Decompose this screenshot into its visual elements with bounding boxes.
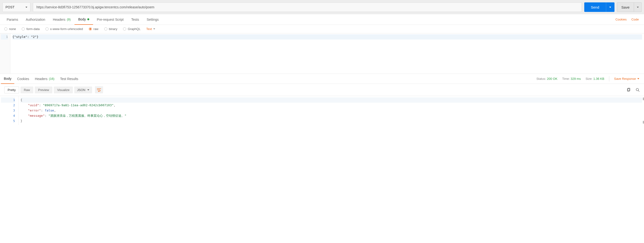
format-visualize[interactable]: Visualize <box>54 87 73 93</box>
response-tab-headers[interactable]: Headers (16) <box>32 74 57 84</box>
headers-count-badge: (9) <box>67 18 71 21</box>
code-area[interactable]: { "uuid": "8969717a-9a81-11ea-ad02-0242c… <box>18 96 644 125</box>
save-button[interactable]: Save <box>617 3 634 12</box>
radio-icon <box>22 27 25 31</box>
response-type-select[interactable]: JSON <box>74 87 92 93</box>
http-method-select[interactable]: POST <box>2 3 30 12</box>
body-type-label: x-www-form-urlencoded <box>50 27 83 31</box>
body-type-label: binary <box>109 27 117 31</box>
line-number: 1 <box>1 34 8 40</box>
tab-authorization[interactable]: Authorization <box>22 14 49 25</box>
code-line: {"style": "2"} <box>12 34 642 40</box>
response-tab-body[interactable]: Body <box>1 74 14 84</box>
cookies-link[interactable]: Cookies <box>613 18 629 21</box>
tab-params[interactable]: Params <box>3 14 22 25</box>
response-tabs: Body Cookies Headers (16) Test Results S… <box>0 74 644 84</box>
http-method-value: POST <box>6 5 14 9</box>
radio-icon <box>4 27 8 31</box>
response-tab-cookies[interactable]: Cookies <box>14 74 32 84</box>
line-number: 1 <box>1 97 15 103</box>
body-type-binary[interactable]: binary <box>104 27 117 31</box>
body-type-label: GraphQL <box>128 27 140 31</box>
format-preview[interactable]: Preview <box>35 87 52 93</box>
body-type-formdata[interactable]: form-data <box>22 27 40 31</box>
radio-icon <box>123 27 126 31</box>
request-bar: POST Send Save <box>0 0 644 14</box>
send-button[interactable]: Send <box>584 3 606 12</box>
time-value: 329 ms <box>571 77 581 81</box>
code-line: "error": false, <box>20 108 642 113</box>
response-body-editor[interactable]: 1 2 3 4 5 { "uuid": "8969717a-9a81-11ea-… <box>0 96 644 125</box>
send-button-group: Send <box>584 3 614 12</box>
tab-headers-label: Headers <box>53 18 66 22</box>
content-type-label: Text <box>146 27 152 31</box>
body-type-label: form-data <box>26 27 40 31</box>
body-type-raw[interactable]: raw <box>89 27 98 31</box>
tab-prerequest[interactable]: Pre-request Script <box>93 14 128 25</box>
save-dropdown-button[interactable] <box>634 3 642 12</box>
code-line: } <box>20 118 642 124</box>
line-number: 4 <box>1 113 15 118</box>
raw-content-type-select[interactable]: Text <box>146 27 155 31</box>
response-status-block: Status: 200 OK Time: 329 ms Size: 1.36 K… <box>536 76 643 82</box>
line-gutter: 1 <box>0 33 10 74</box>
tab-body-label: Body <box>78 17 86 21</box>
chevron-down-icon <box>87 89 89 91</box>
chevron-down-icon <box>637 7 639 8</box>
request-tabs: Params Authorization Headers (9) Body Pr… <box>0 14 644 25</box>
tab-body[interactable]: Body <box>74 14 93 25</box>
chevron-down-icon <box>153 28 155 30</box>
body-type-urlencoded[interactable]: x-www-form-urlencoded <box>46 27 83 31</box>
line-number: 2 <box>1 103 15 108</box>
body-type-none[interactable]: none <box>4 27 16 31</box>
status-group: Status: 200 OK <box>536 77 557 81</box>
line-number: 3 <box>1 108 15 113</box>
wrap-lines-button[interactable] <box>95 86 103 93</box>
response-format-row: Pretty Raw Preview Visualize JSON <box>0 84 644 96</box>
body-type-graphql[interactable]: GraphQL <box>123 27 140 31</box>
save-response-label: Save Response <box>614 77 636 81</box>
svg-line-3 <box>638 91 639 92</box>
response-headers-label: Headers <box>35 77 48 81</box>
chevron-down-icon <box>637 78 639 79</box>
status-value: 200 OK <box>547 77 557 81</box>
tab-settings[interactable]: Settings <box>143 14 162 25</box>
wrap-icon <box>97 88 101 92</box>
chevron-down-icon <box>26 7 27 8</box>
search-icon[interactable] <box>636 88 640 92</box>
url-input[interactable] <box>33 3 582 12</box>
request-body-editor[interactable]: 1 {"style": "2"} <box>0 33 644 74</box>
size-label: Size: <box>586 77 592 81</box>
radio-icon <box>104 27 107 31</box>
line-gutter: 1 2 3 4 5 <box>0 96 18 125</box>
tab-headers[interactable]: Headers (9) <box>49 14 74 25</box>
scrollbar-indicator <box>643 97 644 100</box>
body-type-label: raw <box>94 27 98 31</box>
save-response-button[interactable]: Save Response <box>614 77 639 81</box>
code-line: { <box>20 97 642 103</box>
scrollbar-indicator <box>643 121 644 124</box>
response-headers-count: (16) <box>49 77 54 81</box>
response-type-label: JSON <box>77 88 86 92</box>
divider <box>609 76 609 82</box>
time-label: Time: <box>562 77 570 81</box>
radio-icon <box>89 27 92 31</box>
line-number: 5 <box>1 118 15 124</box>
format-pretty[interactable]: Pretty <box>4 87 19 93</box>
tab-tests[interactable]: Tests <box>128 14 143 25</box>
chevron-down-icon <box>609 7 611 8</box>
body-type-row: none form-data x-www-form-urlencoded raw… <box>0 25 644 33</box>
format-raw[interactable]: Raw <box>20 87 33 93</box>
code-link[interactable]: Code <box>629 18 641 21</box>
save-button-group: Save <box>617 3 642 12</box>
code-line: "message": "酒旗潜浪庙，万税熏晨服。终事莫论心，空结惜征途。" <box>20 113 642 118</box>
send-dropdown-button[interactable] <box>606 3 614 12</box>
copy-icon[interactable] <box>626 88 631 92</box>
time-group: Time: 329 ms <box>562 77 581 81</box>
response-tab-test-results[interactable]: Test Results <box>57 74 81 84</box>
body-active-dot-icon <box>87 18 89 20</box>
code-area[interactable]: {"style": "2"} <box>10 33 644 74</box>
radio-icon <box>46 27 48 31</box>
code-line: "uuid": "8969717a-9a81-11ea-ad02-0242cb0… <box>20 103 642 108</box>
status-label: Status: <box>536 77 546 81</box>
